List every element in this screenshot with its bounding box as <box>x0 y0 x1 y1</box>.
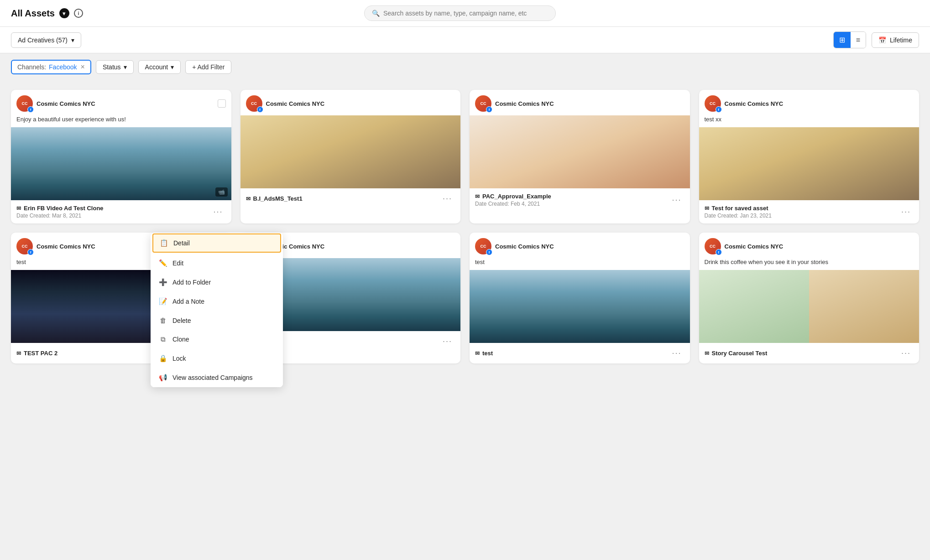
asset-card: CC f Cosmic Comics NYC test xx ✉ Test fo… <box>699 90 920 223</box>
avatar-wrap: CC f <box>475 95 491 112</box>
menu-icon-lock: 🔒 <box>159 354 167 363</box>
search-input[interactable] <box>383 10 548 17</box>
card-header-left: CC f Cosmic Comics NYC <box>16 238 95 254</box>
channels-label: Channels: <box>17 63 46 71</box>
avatar-wrap: CC f <box>16 95 33 112</box>
card-checkbox[interactable] <box>218 99 226 108</box>
main-content: CC f Cosmic Comics NYC Enjoy a beautiful… <box>0 81 930 373</box>
card-more-button[interactable]: ··· <box>899 206 914 218</box>
channels-filter-chip: Channels: Facebook × <box>11 60 91 74</box>
menu-item-label-lock: Lock <box>172 355 186 362</box>
card-name: ✉ TEST PAC 2 <box>16 350 57 357</box>
card-header: CC f Cosmic Comics NYC <box>470 233 690 258</box>
info-icon[interactable]: i <box>74 9 83 18</box>
card-footer: ✉ Story Carousel Test ··· <box>699 343 920 363</box>
calendar-icon: 📅 <box>878 36 886 44</box>
asset-card: CC f Cosmic Comics NYC ✉ B.I_AdsMS_Test1… <box>240 90 461 223</box>
card-header: CC f Cosmic Comics NYC <box>470 90 690 115</box>
view-toggle: ⊞ ≡ <box>833 31 866 48</box>
envelope-icon: ✉ <box>475 350 480 357</box>
envelope-icon: ✉ <box>705 205 709 212</box>
card-name: ✉ Story Carousel Test <box>705 350 768 357</box>
add-filter-button[interactable]: + Add Filter <box>185 60 231 74</box>
card-header: CC f Cosmic Comics NYC <box>699 233 920 258</box>
status-chevron-icon: ▾ <box>124 63 127 71</box>
card-date: Date Created: Feb 4, 2021 <box>475 201 551 207</box>
menu-icon-add-note: 📝 <box>159 297 167 306</box>
envelope-icon: ✉ <box>16 350 21 357</box>
account-label: Account <box>145 63 168 71</box>
menu-item-lock[interactable]: 🔒 Lock <box>151 349 283 368</box>
card-footer: ✉ test ··· <box>470 343 690 363</box>
menu-item-delete[interactable]: 🗑 Delete <box>151 311 283 330</box>
card-more-button[interactable]: ··· <box>669 194 684 206</box>
card-more-button[interactable]: ··· <box>440 336 455 347</box>
title-dropdown-icon[interactable] <box>59 8 69 18</box>
card-more-button[interactable]: ··· <box>899 347 914 359</box>
menu-item-detail[interactable]: 📋 Detail <box>152 233 281 253</box>
facebook-badge: f <box>486 106 492 113</box>
grid-icon: ⊞ <box>839 36 845 44</box>
card-footer-left: ✉ B.I_AdsMS_Test1 <box>246 195 303 202</box>
menu-icon-add-to-folder: ➕ <box>159 278 167 286</box>
card-header-left: CC f Cosmic Comics NYC <box>475 238 554 254</box>
card-account-name: Cosmic Comics NYC <box>37 243 95 250</box>
card-account-name: Cosmic Comics NYC <box>266 100 325 107</box>
card-header: CC f Cosmic Comics NYC <box>11 90 231 115</box>
menu-icon-clone: ⧉ <box>159 335 167 343</box>
card-footer: ✉ B.I_AdsMS_Test1 ··· <box>240 188 461 209</box>
filter-dropdown[interactable]: Ad Creatives (57) ▾ <box>11 32 81 48</box>
menu-item-clone[interactable]: ⧉ Clone <box>151 330 283 349</box>
channels-close-icon[interactable]: × <box>81 63 85 71</box>
facebook-badge: f <box>27 106 34 113</box>
list-icon: ≡ <box>856 36 860 44</box>
card-header: CC f Cosmic Comics NYC <box>240 90 461 115</box>
card-text: test <box>470 258 690 270</box>
list-view-button[interactable]: ≡ <box>851 32 866 48</box>
card-account-name: Cosmic Comics NYC <box>725 243 784 250</box>
card-account-name: Cosmic Comics NYC <box>725 100 784 107</box>
grid-view-button[interactable]: ⊞ <box>834 32 851 48</box>
menu-item-view-campaigns[interactable]: 📢 View associated Campaigns <box>151 368 283 387</box>
card-text: test xx <box>699 115 920 127</box>
card-footer-left: ✉ TEST PAC 2 <box>16 350 57 357</box>
toolbar-left: Ad Creatives (57) ▾ <box>11 32 81 48</box>
menu-icon-edit: ✏️ <box>159 259 167 267</box>
envelope-icon: ✉ <box>705 350 709 357</box>
facebook-badge: f <box>486 249 492 255</box>
status-filter-button[interactable]: Status ▾ <box>96 60 134 74</box>
avatar-wrap: CC f <box>16 238 33 254</box>
filter-bar: Channels: Facebook × Status ▾ Account ▾ … <box>0 53 930 81</box>
menu-icon-view-campaigns: 📢 <box>159 373 167 382</box>
card-footer-left: ✉ Story Carousel Test <box>705 350 768 357</box>
card-more-button[interactable]: ··· <box>669 347 684 359</box>
toolbar-right: ⊞ ≡ 📅 Lifetime <box>833 31 919 48</box>
card-footer-left: ✉ Erin FB Video Ad Test Clone Date Creat… <box>16 205 104 219</box>
lifetime-button[interactable]: 📅 Lifetime <box>872 32 919 48</box>
card-header: CC f Cosmic Comics NYC <box>699 90 920 115</box>
account-filter-button[interactable]: Account ▾ <box>138 60 181 74</box>
card-account-name: Cosmic Comics NYC <box>495 100 554 107</box>
card-name: ✉ test <box>475 350 493 357</box>
avatar-wrap: CC f <box>705 95 721 112</box>
status-label: Status <box>103 63 121 71</box>
menu-item-edit[interactable]: ✏️ Edit <box>151 254 283 273</box>
menu-icon-delete: 🗑 <box>159 316 167 324</box>
lifetime-label: Lifetime <box>890 36 912 44</box>
menu-item-label-add-note: Add a Note <box>172 298 204 305</box>
channels-value: Facebook <box>49 63 77 71</box>
menu-item-add-to-folder[interactable]: ➕ Add to Folder <box>151 273 283 292</box>
envelope-icon: ✉ <box>16 205 21 212</box>
menu-item-add-note[interactable]: 📝 Add a Note <box>151 292 283 311</box>
card-account-name: Cosmic Comics NYC <box>495 243 554 250</box>
card-more-button[interactable]: ··· <box>210 206 225 218</box>
account-chevron-icon: ▾ <box>171 63 174 71</box>
card-header-left: CC f Cosmic Comics NYC <box>705 238 784 254</box>
card-footer: ✉ Test for saved asset Date Created: Jan… <box>699 200 920 223</box>
video-icon: 📹 <box>215 187 228 197</box>
asset-grid: CC f Cosmic Comics NYC Enjoy a beautiful… <box>11 90 919 363</box>
card-footer-left: ✉ PAC_Approval_Example Date Created: Feb… <box>475 193 551 207</box>
search-icon: 🔍 <box>372 10 380 17</box>
facebook-badge: f <box>716 249 722 255</box>
card-more-button[interactable]: ··· <box>440 193 455 204</box>
